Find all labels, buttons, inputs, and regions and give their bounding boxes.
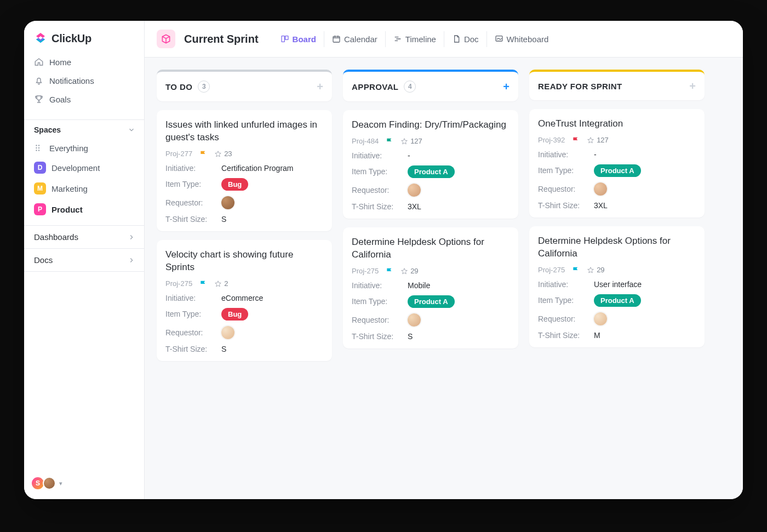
timeline-icon [393, 35, 402, 43]
field-initiative: Mobile [408, 281, 430, 290]
doc-icon [452, 35, 461, 43]
card-project: Proj-275 [538, 266, 565, 274]
field-label: Requestor: [352, 186, 402, 195]
sidebar-footer[interactable]: S ▾ [33, 476, 62, 490]
board-card[interactable]: OneTrust Integration Proj-392 127 Initia… [529, 109, 705, 218]
sidebar-space-marketing[interactable]: M Marketing [28, 178, 140, 199]
trophy-icon [34, 94, 44, 104]
card-title: OneTrust Integration [538, 118, 696, 130]
space-badge: M [34, 182, 46, 195]
view-label: Timeline [405, 35, 436, 44]
field-label: Initiative: [165, 294, 216, 302]
column-name: APPROVAL [352, 82, 398, 91]
field-initiative: User interface [594, 280, 642, 289]
field-label: T-Shirt Size: [352, 332, 402, 341]
spaces-section: Spaces Everything D DevelopmentM Marketi… [24, 114, 144, 225]
flag-icon [199, 279, 208, 288]
field-label: T-Shirt Size: [538, 331, 588, 340]
field-label: Initiative: [352, 151, 402, 160]
field-tshirt: S [221, 345, 226, 353]
sidebar-space-product[interactable]: P Product [28, 199, 140, 220]
field-initiative: - [594, 150, 597, 159]
main: Current Sprint BoardCalendarTimelineDocW… [145, 21, 743, 499]
field-initiative: eCommerce [221, 294, 263, 302]
card-score: 127 [400, 137, 422, 145]
field-label: Item Type: [538, 166, 588, 175]
card-meta: Proj-275 2 [165, 279, 323, 288]
nav-notifications[interactable]: Notifications [28, 71, 140, 90]
field-label: Item Type: [165, 310, 216, 318]
sidebar-docs[interactable]: Docs [24, 248, 144, 272]
field-label: Requestor: [538, 185, 588, 193]
field-label: Item Type: [352, 167, 402, 176]
card-project: Proj-392 [538, 136, 565, 144]
field-label: T-Shirt Size: [165, 215, 216, 224]
svg-point-0 [36, 145, 37, 146]
card-title: Issues with linked unfurled images in gu… [165, 119, 323, 144]
field-tshirt: S [408, 332, 413, 341]
logo[interactable]: ClickUp [24, 21, 144, 53]
page-title: Current Sprint [184, 33, 259, 45]
field-label: Initiative: [165, 164, 216, 173]
board-card[interactable]: Determine Helpdesk Options for Californi… [529, 226, 705, 347]
flag-icon [571, 266, 580, 274]
board-icon [281, 35, 289, 43]
svg-point-1 [38, 145, 39, 146]
space-everything[interactable]: Everything [28, 139, 140, 157]
box-icon [157, 30, 175, 48]
sidebar-dashboards[interactable]: Dashboards [24, 225, 144, 248]
board-column-approval: APPROVAL4+ Deacom Finding: Dry/Trim/Pack… [343, 70, 518, 487]
board-card[interactable]: Determine Helpdesk Options for Californi… [343, 227, 518, 348]
flag-icon [571, 136, 580, 145]
flag-icon [385, 137, 394, 146]
field-label: Initiative: [538, 280, 588, 289]
svg-rect-6 [282, 36, 284, 42]
card-title: Determine Helpdesk Options for Californi… [538, 235, 696, 260]
chevron-down-icon [128, 126, 135, 134]
calendar-icon [332, 35, 341, 43]
svg-rect-8 [333, 36, 340, 42]
card-meta: Proj-392 127 [538, 136, 696, 145]
card-title: Velocity chart is showing future Sprints [165, 249, 323, 274]
column-count: 3 [198, 81, 210, 93]
view-tab-board[interactable]: Board [273, 31, 324, 47]
card-title: Deacom Finding: Dry/Trim/Packaging [352, 119, 510, 131]
header: Current Sprint BoardCalendarTimelineDocW… [145, 21, 743, 58]
space-badge: D [34, 162, 46, 174]
add-card-button[interactable]: + [317, 81, 323, 92]
nav-home[interactable]: Home [28, 53, 140, 71]
spaces-header[interactable]: Spaces [24, 119, 144, 139]
view-tab-calendar[interactable]: Calendar [324, 31, 385, 47]
space-badge: P [34, 203, 46, 215]
view-tab-timeline[interactable]: Timeline [385, 31, 444, 47]
view-tab-whiteboard[interactable]: Whiteboard [486, 31, 557, 47]
add-card-button[interactable]: + [689, 81, 696, 91]
home-icon [34, 57, 44, 67]
card-project: Proj-277 [165, 150, 192, 158]
svg-point-2 [36, 147, 37, 148]
sidebar: ClickUp Home Notifications [24, 21, 145, 499]
sidebar-space-development[interactable]: D Development [28, 157, 140, 178]
field-tshirt: 3XL [594, 201, 608, 210]
space-label: Development [51, 163, 100, 173]
nav-goals[interactable]: Goals [28, 90, 140, 108]
caret-down-icon: ▾ [59, 480, 62, 487]
view-label: Board [293, 35, 316, 44]
svg-rect-7 [285, 36, 288, 40]
column-name: TO DO [165, 82, 192, 91]
view-tabs: BoardCalendarTimelineDocWhiteboard [273, 31, 557, 47]
field-initiative: Certification Program [221, 164, 294, 173]
space-label: Product [51, 205, 83, 214]
svg-point-4 [36, 150, 37, 151]
view-label: Whiteboard [507, 35, 549, 44]
chevron-right-icon [128, 256, 135, 264]
requestor-avatar [221, 326, 234, 339]
add-card-button[interactable]: + [503, 81, 510, 92]
board-card[interactable]: Velocity chart is showing future Sprints… [157, 240, 332, 361]
view-tab-doc[interactable]: Doc [444, 31, 486, 47]
card-score: 29 [400, 267, 418, 275]
board-card[interactable]: Issues with linked unfurled images in gu… [157, 110, 332, 231]
field-label: Item Type: [165, 180, 216, 188]
field-item-type: Product A [594, 294, 641, 307]
board-card[interactable]: Deacom Finding: Dry/Trim/Packaging Proj-… [343, 110, 518, 219]
